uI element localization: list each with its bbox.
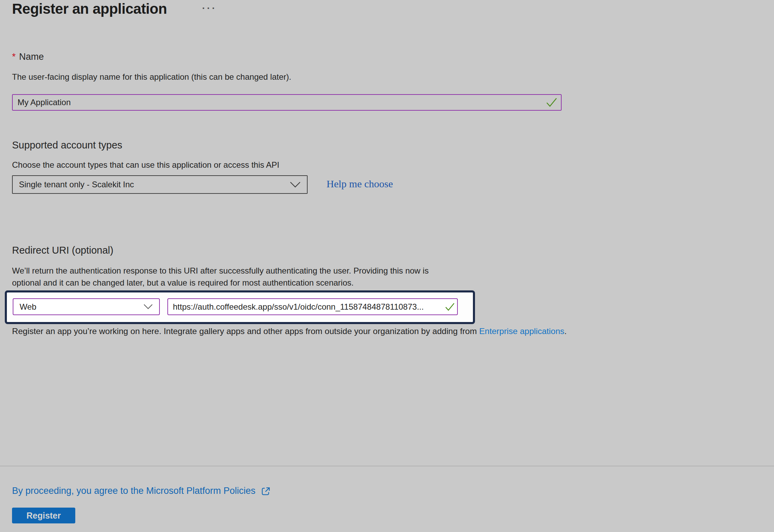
register-note: Register an app you’re working on here. …	[12, 326, 567, 336]
redirect-uri-heading: Redirect URI (optional)	[12, 245, 113, 256]
account-type-dropdown-value: Single tenant only - Scalekit Inc	[19, 180, 134, 189]
redirect-uri-description: We’ll return the authentication response…	[12, 265, 429, 289]
supported-account-types-description: Choose the account types that can use th…	[12, 160, 279, 170]
platform-dropdown-value: Web	[20, 302, 36, 312]
divider	[0, 466, 774, 466]
redirect-uri-description-line2: optional and it can be changed later, bu…	[12, 277, 429, 289]
name-label: *Name	[12, 52, 44, 62]
redirect-uri-description-line1: We’ll return the authentication response…	[12, 265, 429, 277]
name-label-text: Name	[19, 52, 44, 62]
register-note-period: .	[564, 326, 567, 336]
account-type-dropdown[interactable]: Single tenant only - Scalekit Inc	[12, 175, 308, 194]
redirect-uri-input-wrap	[167, 298, 458, 315]
register-button[interactable]: Register	[12, 508, 75, 523]
required-asterisk: *	[12, 52, 16, 62]
page-title: Register an application	[12, 1, 167, 17]
chevron-down-icon	[143, 304, 153, 310]
external-link-icon	[260, 486, 271, 497]
platform-policies-link-text: By proceeding, you agree to the Microsof…	[12, 486, 255, 496]
platform-dropdown[interactable]: Web	[13, 298, 160, 315]
redirect-uri-input[interactable]	[167, 298, 458, 315]
name-description: The user-facing display name for this ap…	[12, 72, 291, 82]
register-note-text: Register an app you’re working on here. …	[12, 326, 479, 336]
help-me-choose-link[interactable]: Help me choose	[327, 178, 393, 190]
more-options-icon[interactable]: ···	[202, 3, 217, 14]
platform-policies-link[interactable]: By proceeding, you agree to the Microsof…	[12, 485, 271, 497]
name-input[interactable]	[12, 94, 562, 111]
chevron-down-icon	[290, 181, 301, 188]
name-input-wrap	[12, 94, 562, 111]
enterprise-applications-link[interactable]: Enterprise applications	[479, 326, 564, 336]
supported-account-types-heading: Supported account types	[12, 140, 122, 151]
